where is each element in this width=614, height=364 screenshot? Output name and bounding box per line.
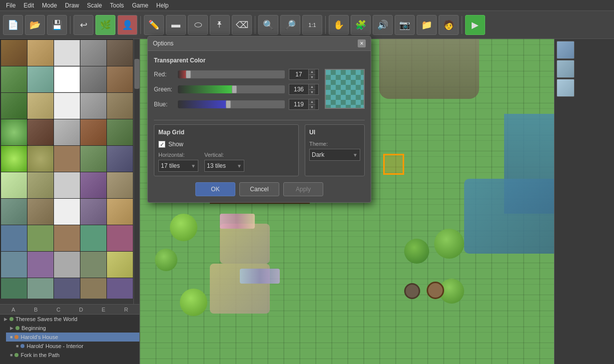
folder2-button[interactable]: 📁 (417, 15, 437, 35)
thumb-1[interactable] (557, 41, 575, 59)
tile-cell[interactable] (80, 225, 106, 251)
tile-cell[interactable] (27, 40, 53, 66)
pan-button[interactable]: ✋ (329, 15, 349, 35)
tile-cell[interactable] (107, 252, 133, 278)
tile-cell[interactable] (27, 172, 53, 198)
tile-cell[interactable] (54, 225, 80, 251)
tile-cell[interactable] (54, 252, 80, 278)
cancel-button[interactable]: Cancel (239, 182, 279, 196)
undo-button[interactable]: ↩ (73, 15, 93, 35)
tileset-button[interactable]: 🌿 (95, 15, 115, 35)
ok-button[interactable]: OK (195, 182, 235, 196)
tile-cell[interactable] (107, 278, 133, 299)
menu-mode[interactable]: Mode (38, 1, 61, 10)
green-input[interactable] (289, 84, 308, 94)
scrollbar-thumb[interactable] (134, 59, 139, 89)
tile-cell[interactable] (80, 93, 106, 119)
menu-file[interactable]: File (2, 1, 19, 10)
green-spin-down[interactable]: ▼ (308, 90, 315, 95)
tile-cell[interactable] (107, 199, 133, 225)
player-button[interactable]: 👤 (117, 15, 137, 35)
menu-game[interactable]: Game (128, 1, 152, 10)
tile-cell[interactable] (80, 199, 106, 225)
tile-cell[interactable] (107, 146, 133, 172)
tile-cell[interactable] (54, 40, 80, 66)
tree-item-fork[interactable]: ■ Fork in the Path (6, 351, 139, 360)
green-spin-up[interactable]: ▲ (308, 84, 315, 90)
tile-cell[interactable] (27, 252, 53, 278)
red-thumb[interactable] (186, 70, 191, 78)
tile-cell[interactable] (1, 278, 27, 299)
tile-cell[interactable] (1, 119, 27, 145)
blue-slider[interactable] (178, 100, 285, 108)
tile-cell[interactable] (54, 66, 80, 92)
vertical-select[interactable]: 13 tiles ▼ (204, 160, 244, 172)
tile-cell[interactable] (80, 278, 106, 299)
tile-cell[interactable] (1, 252, 27, 278)
tile-cell[interactable] (1, 40, 27, 66)
menu-edit[interactable]: Edit (19, 1, 38, 10)
tile-cell[interactable] (1, 225, 27, 251)
tile-cell[interactable] (107, 93, 133, 119)
tile-cell[interactable] (1, 93, 27, 119)
blue-input[interactable] (289, 99, 308, 109)
zoom-in-button[interactable]: 🔍 (258, 15, 278, 35)
tileset-scrollbar[interactable] (133, 39, 139, 304)
tile-cell[interactable] (1, 66, 27, 92)
tile-cell[interactable] (80, 66, 106, 92)
tile-cell[interactable] (54, 146, 80, 172)
tile-cell[interactable] (54, 172, 80, 198)
new-button[interactable]: 📄 (3, 15, 23, 35)
tile-cell[interactable] (1, 146, 27, 172)
tile-cell[interactable] (107, 40, 133, 66)
blue-spin-up[interactable]: ▲ (308, 99, 315, 105)
thumb-2[interactable] (557, 60, 575, 78)
tile-cell[interactable] (80, 252, 106, 278)
tile-cell[interactable] (107, 66, 133, 92)
tile-cell[interactable] (27, 199, 53, 225)
tile-cell[interactable] (27, 278, 53, 299)
character-button[interactable]: 🧑 (439, 15, 459, 35)
open-button[interactable]: 📂 (25, 15, 45, 35)
theme-select[interactable]: Dark ▼ (309, 149, 360, 161)
ellipse-button[interactable]: ⬭ (188, 15, 208, 35)
tile-cell[interactable] (107, 119, 133, 145)
tile-cell[interactable] (107, 225, 133, 251)
screenshot-button[interactable]: 📷 (395, 15, 415, 35)
tile-cell[interactable] (107, 172, 133, 198)
menu-help[interactable]: Help (152, 1, 173, 10)
thumb-3[interactable] (557, 79, 575, 97)
tree-item-harolds-house[interactable]: ■ Harold's House (6, 333, 139, 342)
zoom-out-button[interactable]: 🔎 (280, 15, 300, 35)
tile-cell[interactable] (80, 172, 106, 198)
tile-cell[interactable] (80, 40, 106, 66)
tile-cell[interactable] (54, 119, 80, 145)
puzzle-button[interactable]: 🧩 (351, 15, 371, 35)
red-spin-down[interactable]: ▼ (308, 75, 315, 80)
show-checkbox[interactable]: ✓ (158, 141, 165, 148)
menu-scale[interactable]: Scale (83, 1, 106, 10)
tile-cell[interactable] (80, 119, 106, 145)
zoom-100-button[interactable]: 1:1 (302, 15, 322, 35)
tree-item-beginning[interactable]: ▶ Beginning (6, 324, 139, 333)
tile-cell[interactable] (80, 146, 106, 172)
red-spin-up[interactable]: ▲ (308, 69, 315, 75)
tile-cell[interactable] (1, 199, 27, 225)
eraser-button[interactable]: ⌫ (232, 15, 252, 35)
menu-tools[interactable]: Tools (106, 1, 128, 10)
save-button[interactable]: 💾 (47, 15, 67, 35)
tile-cell[interactable] (27, 119, 53, 145)
green-thumb[interactable] (232, 85, 237, 93)
red-slider[interactable] (178, 70, 285, 78)
tile-cell[interactable] (27, 93, 53, 119)
tile-cell[interactable] (27, 225, 53, 251)
blue-spin-down[interactable]: ▼ (308, 105, 315, 110)
stamp-button[interactable]: 🖈 (210, 15, 230, 35)
horizontal-select[interactable]: 17 tiles ▼ (158, 160, 198, 172)
volume-button[interactable]: 🔊 (373, 15, 393, 35)
tile-cell[interactable] (54, 278, 80, 299)
pencil-button[interactable]: ✏️ (144, 15, 164, 35)
apply-button[interactable]: Apply (283, 182, 323, 196)
fill-button[interactable]: ▬ (166, 15, 186, 35)
tree-item-harolds-interior[interactable]: ■ Harold' House - Interior (12, 342, 139, 351)
